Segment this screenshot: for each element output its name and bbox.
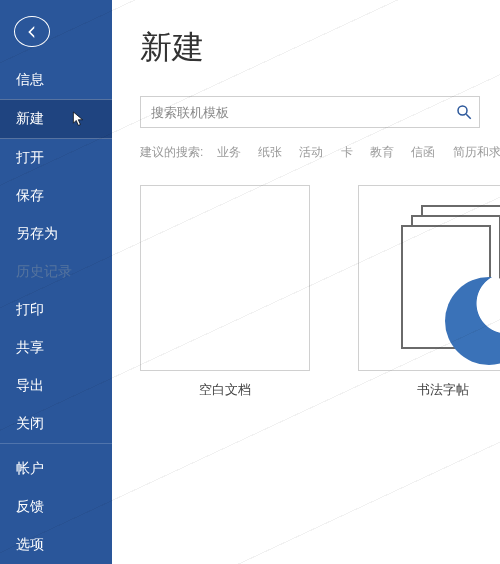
template-label: 书法字帖 (358, 381, 500, 399)
calligraphy-art (359, 185, 500, 371)
template-thumb-blank[interactable] (140, 185, 310, 371)
back-button[interactable] (14, 16, 50, 47)
sidebar-item-label: 另存为 (16, 225, 58, 241)
search-icon[interactable] (455, 103, 473, 121)
sidebar-item-label: 保存 (16, 187, 44, 203)
sidebar-item-share[interactable]: 共享 (0, 329, 112, 367)
sidebar-item-label: 关闭 (16, 415, 44, 431)
arrow-left-icon (23, 23, 41, 41)
suggest-link[interactable]: 业务 (217, 145, 241, 159)
template-item-blank: 空白文档 (140, 185, 310, 399)
sidebar-item-save[interactable]: 保存 (0, 177, 112, 215)
template-label: 空白文档 (140, 381, 310, 399)
sidebar-item-label: 导出 (16, 377, 44, 393)
search-input[interactable] (151, 105, 455, 120)
sidebar-item-label: 新建 (16, 110, 44, 126)
sidebar-item-saveas[interactable]: 另存为 (0, 215, 112, 253)
svg-point-0 (458, 106, 467, 115)
suggest-link[interactable]: 纸张 (258, 145, 282, 159)
template-gallery: 空白文档 书法字帖 (140, 185, 500, 399)
sidebar-item-print[interactable]: 打印 (0, 291, 112, 329)
svg-line-1 (466, 114, 471, 119)
sidebar-item-label: 帐户 (16, 460, 44, 476)
suggest-link[interactable]: 信函 (411, 145, 435, 159)
sidebar-item-close[interactable]: 关闭 (0, 405, 112, 443)
sidebar-item-label: 信息 (16, 71, 44, 87)
sidebar-item-new[interactable]: 新建 (0, 99, 112, 139)
sidebar-item-account[interactable]: 帐户 (0, 450, 112, 488)
page-title: 新建 (140, 26, 500, 70)
suggested-searches: 建议的搜索: 业务 纸张 活动 卡 教育 信函 简历和求职信 (140, 144, 500, 161)
sidebar-item-label: 历史记录 (16, 263, 72, 279)
sidebar-item-label: 选项 (16, 536, 44, 552)
sidebar: 信息 新建 打开 保存 另存为 历史记录 打印 共享 导出 关闭 帐户 反馈 选… (0, 0, 112, 564)
suggest-link[interactable]: 简历和求职信 (453, 145, 500, 159)
sidebar-item-label: 打开 (16, 149, 44, 165)
sidebar-item-options[interactable]: 选项 (0, 526, 112, 564)
sidebar-bottom-group: 帐户 反馈 选项 (0, 443, 112, 564)
suggest-link[interactable]: 卡 (341, 145, 353, 159)
sidebar-item-feedback[interactable]: 反馈 (0, 488, 112, 526)
suggest-link[interactable]: 教育 (370, 145, 394, 159)
suggest-label: 建议的搜索: (140, 145, 203, 159)
sidebar-item-label: 共享 (16, 339, 44, 355)
sidebar-item-label: 打印 (16, 301, 44, 317)
cursor-icon (72, 110, 86, 128)
template-item-calligraphy: 书法字帖 (358, 185, 500, 399)
sidebar-item-export[interactable]: 导出 (0, 367, 112, 405)
template-thumb-calligraphy[interactable] (358, 185, 500, 371)
sidebar-item-open[interactable]: 打开 (0, 139, 112, 177)
template-search[interactable] (140, 96, 480, 128)
sidebar-item-label: 反馈 (16, 498, 44, 514)
sidebar-item-history: 历史记录 (0, 253, 112, 291)
suggest-link[interactable]: 活动 (299, 145, 323, 159)
sidebar-item-info[interactable]: 信息 (0, 61, 112, 99)
main-panel: 新建 建议的搜索: 业务 纸张 活动 卡 教育 信函 简历和求职信 空白文档 (112, 0, 500, 564)
